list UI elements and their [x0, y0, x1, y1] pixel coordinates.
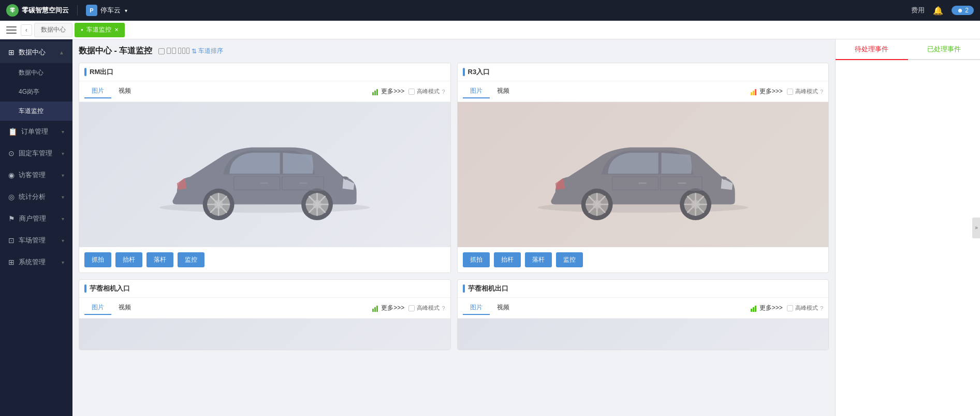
peak-mode-yucam-in: 高峰模式 ? — [408, 304, 445, 312]
raise-btn-r3[interactable]: 抬杆 — [494, 252, 521, 267]
fee-link[interactable]: 费用 — [911, 6, 925, 15]
sidebar-item-stat[interactable]: ◎ 统计分析 ▾ — [0, 186, 72, 208]
sidebar-item-inner: ⊞ 数据中心 — [8, 48, 46, 57]
more-label-r3: 更多>>> — [759, 87, 783, 96]
camera-header-r3: R3入口 — [458, 63, 829, 81]
camera-card-yucam-out: 芋蓿相机出口 图片 视频 更多>>> — [457, 279, 829, 350]
car-image-rm — [151, 118, 378, 232]
layout-icon-lg[interactable] — [178, 48, 189, 55]
sidebar-data-center-label: 数据中心 — [19, 48, 46, 57]
monitor-btn-r3[interactable]: 监控 — [556, 252, 583, 267]
more-link-yucam-out[interactable]: 更多>>> — [751, 304, 783, 312]
layout-icon-md[interactable] — [167, 48, 176, 55]
user-count: 2 — [965, 7, 969, 14]
cam-tab-video-yucam-out[interactable]: 视频 — [490, 301, 517, 315]
cam-tab-video-r3[interactable]: 视频 — [490, 84, 517, 98]
tab-done-events[interactable]: 已处理事件 — [908, 39, 981, 59]
svg-rect-21 — [751, 92, 752, 95]
car-display-yucam-out — [458, 319, 829, 350]
bell-icon[interactable]: 🔔 — [933, 6, 943, 16]
top-nav-left: 零 零碳智慧空间云 P 停车云 ▾ — [6, 4, 127, 17]
card-indicator-yucam-in — [84, 284, 86, 293]
svg-rect-40 — [638, 182, 646, 184]
capture-btn-r3[interactable]: 抓拍 — [463, 252, 490, 267]
main-layout: ⊞ 数据中心 ▲ 数据中心 4G岗亭 车道监控 📋 订单管理 ▾ ⊙ 固定车管理 — [0, 39, 980, 416]
sidebar-item-visitor[interactable]: ◉ 访客管理 ▾ — [0, 164, 72, 186]
layout-icon-sm[interactable] — [158, 48, 165, 54]
tab-back-button[interactable]: ‹ — [21, 24, 32, 36]
peak-mode-rm: 高峰模式 ? — [408, 88, 445, 95]
more-link-r3[interactable]: 更多>>> — [751, 87, 783, 96]
header-icons: ⇅ 车道排序 — [158, 47, 223, 55]
card-indicator-yucam-out — [463, 284, 465, 293]
card-indicator-rm — [84, 68, 86, 76]
peak-checkbox-rm[interactable] — [408, 89, 415, 95]
collapse-icon: » — [975, 225, 978, 231]
lower-btn-rm[interactable]: 落杆 — [147, 252, 173, 267]
parking-cloud[interactable]: P 停车云 ▾ — [86, 5, 127, 16]
peak-checkbox-yucam-out[interactable] — [787, 305, 793, 311]
cam-tab-image-rm[interactable]: 图片 — [84, 84, 111, 98]
monitor-btn-rm[interactable]: 监控 — [178, 252, 204, 267]
lane-sort-link[interactable]: ⇅ 车道排序 — [192, 47, 223, 55]
peak-help-rm: ? — [442, 89, 445, 95]
camera-tabs-yucam-in: 图片 视频 更多>>> — [79, 298, 450, 319]
camera-title-yucam-in: 芋蓿相机入口 — [90, 284, 130, 293]
sidebar-fixed-car-label: 固定车管理 — [19, 149, 52, 158]
sidebar-item-data-center[interactable]: ⊞ 数据中心 ▲ — [0, 41, 72, 63]
peak-help-r3: ? — [820, 89, 823, 95]
camera-title-r3: R3入口 — [468, 67, 490, 77]
more-icon-rm — [372, 88, 379, 95]
fixed-car-inner: ⊙ 固定车管理 — [8, 149, 52, 158]
sidebar-item-parking-mgmt[interactable]: ⊡ 车场管理 ▾ — [0, 229, 72, 251]
tab-pending-events[interactable]: 待处理事件 — [836, 39, 908, 60]
more-link-rm[interactable]: 更多>>> — [372, 87, 404, 96]
tab-data-center[interactable]: 数据中心 — [34, 23, 72, 37]
peak-label-r3: 高峰模式 — [795, 88, 818, 95]
camera-card-rm-exit: RM出口 图片 视频 更多>>> — [79, 63, 451, 273]
brand-logo: 零 零碳智慧空间云 — [6, 4, 69, 17]
car-display-rm — [79, 102, 450, 247]
cam-tab-video-rm[interactable]: 视频 — [111, 84, 138, 98]
parking-chevron-icon: ▾ — [125, 8, 127, 13]
cam-tab-image-r3[interactable]: 图片 — [463, 84, 490, 98]
sidebar-sub-lane-label: 车道监控 — [19, 107, 43, 114]
more-icon-r3 — [751, 88, 758, 95]
svg-rect-41 — [678, 182, 685, 184]
user-badge[interactable]: ☻ 2 — [952, 6, 974, 15]
capture-btn-rm[interactable]: 抓拍 — [84, 252, 111, 267]
lower-btn-r3[interactable]: 落杆 — [525, 252, 552, 267]
system-inner: ⊞ 系统管理 — [8, 257, 46, 267]
more-label-rm: 更多>>> — [381, 87, 404, 96]
camera-tabs-rm: 图片 视频 更多>>> — [79, 81, 450, 102]
main-content: 数据中心 - 车道监控 ⇅ 车道排序 — [72, 39, 835, 416]
peak-checkbox-r3[interactable] — [787, 89, 793, 95]
hamburger-menu[interactable] — [4, 23, 19, 37]
panel-collapse-btn[interactable]: » — [972, 218, 980, 238]
sidebar-sub-lane-monitor[interactable]: 车道监控 — [0, 102, 72, 121]
more-link-yucam-in[interactable]: 更多>>> — [372, 304, 404, 312]
more-label-yucam-in: 更多>>> — [381, 304, 404, 312]
sidebar-item-system[interactable]: ⊞ 系统管理 ▾ — [0, 251, 72, 273]
tab-lane-monitor[interactable]: ● 车道监控 ✕ — [75, 23, 125, 37]
tab-lane-monitor-label: 车道监控 — [86, 25, 111, 34]
cam-tab-image-yucam-out[interactable]: 图片 — [463, 301, 490, 315]
tab-close-icon[interactable]: ✕ — [114, 27, 119, 33]
cam-tab-image-yucam-in[interactable]: 图片 — [84, 301, 111, 315]
svg-rect-1 — [374, 91, 376, 95]
raise-btn-rm[interactable]: 抬杆 — [115, 252, 142, 267]
peak-checkbox-yucam-in[interactable] — [408, 305, 415, 311]
sidebar-item-merchant[interactable]: ⚑ 商户管理 ▾ — [0, 208, 72, 229]
merchant-chevron-icon: ▾ — [62, 216, 64, 222]
right-panel: 待处理事件 已处理事件 » — [835, 39, 980, 416]
camera-card-yucam-in: 芋蓿相机入口 图片 视频 更多>>> — [79, 279, 451, 350]
data-center-chevron-icon: ▲ — [59, 50, 64, 55]
sidebar-sub-4g-station[interactable]: 4G岗亭 — [0, 82, 72, 102]
sidebar-item-order-mgmt[interactable]: 📋 订单管理 ▾ — [0, 121, 72, 142]
sidebar-item-fixed-car[interactable]: ⊙ 固定车管理 ▾ — [0, 142, 72, 164]
right-panel-tabs: 待处理事件 已处理事件 — [836, 39, 980, 60]
sidebar-sub-data-center[interactable]: 数据中心 — [0, 63, 72, 82]
top-navigation: 零 零碳智慧空间云 P 停车云 ▾ 费用 🔔 ☻ 2 — [0, 0, 980, 21]
camera-title-rm: RM出口 — [90, 67, 113, 77]
cam-tab-video-yucam-in[interactable]: 视频 — [111, 301, 138, 315]
